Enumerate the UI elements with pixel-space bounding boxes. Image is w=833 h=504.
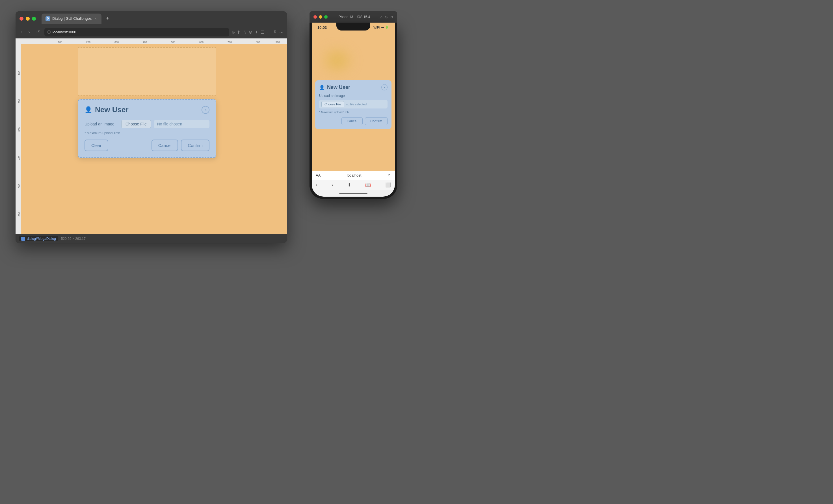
list-icon[interactable]: ☰ (261, 30, 264, 35)
ruler-tick: 300 (18, 127, 21, 132)
phone-close-btn[interactable] (313, 15, 317, 19)
content-box (78, 48, 216, 96)
ruler-tick: 400 (18, 156, 21, 160)
status-badge: dialog#MegaDialog (19, 236, 58, 241)
phone-device: 10:03 WiFi ▪▪▪ 🔋 👤 New User (310, 23, 397, 199)
back-button[interactable]: ‹ (19, 28, 24, 36)
traffic-lights (20, 17, 36, 21)
browser-window: D Dialog | GUI Challenges × + ‹ › ↺ ⓘ lo… (16, 11, 287, 243)
phone-title-bar: iPhone 13 – iOS 15.4 ⌂ ⊙ ↻ (310, 11, 397, 23)
bookmark-icon[interactable]: ☆ (243, 30, 246, 35)
choose-file-button[interactable]: Choose File (121, 120, 151, 128)
phone-confirm-button[interactable]: Confirm (365, 117, 387, 125)
tab-favicon: D (46, 17, 50, 21)
user-plus-icon: 👤 (85, 106, 92, 114)
page-content: 👤 New User × Upload an image Choose File… (21, 44, 287, 234)
ruler-tick: 900 (276, 41, 280, 44)
phone-bookmarks-icon[interactable]: 📖 (365, 182, 371, 187)
ruler-tick: 800 (256, 41, 260, 44)
ruler-tick: 400 (143, 41, 147, 44)
phone-home-bar (312, 190, 395, 197)
upload-row: Upload an image Choose File No file chos… (85, 120, 210, 128)
tab-close-icon[interactable]: × (94, 17, 97, 21)
phone-aa-label[interactable]: AA (316, 173, 320, 177)
cancel-button[interactable]: Cancel (151, 140, 178, 151)
maximize-button[interactable] (32, 17, 36, 21)
wifi-icon: WiFi (373, 26, 380, 29)
phone-nav-bar: ‹ › ⬆ 📖 ⬜ (312, 180, 395, 190)
phone-container: iPhone 13 – iOS 15.4 ⌂ ⊙ ↻ 10:03 WiFi ▪▪… (310, 11, 397, 199)
minimize-button[interactable] (26, 17, 30, 21)
phone-dialog-close-button[interactable]: × (381, 84, 387, 91)
share-icon[interactable]: ⬆ (237, 30, 241, 35)
dialog-title-group: 👤 New User (85, 105, 128, 114)
phone-forward-icon[interactable]: › (332, 182, 333, 187)
phone-reload-button[interactable]: ↺ (387, 173, 391, 177)
phone-home-line (339, 193, 367, 194)
close-button[interactable] (20, 17, 23, 21)
phone-browser-bar: AA localhost ↺ (312, 171, 395, 180)
shield-icon[interactable]: ⊘ (249, 30, 253, 35)
dialog-close-button[interactable]: × (201, 106, 210, 114)
phone-user-plus-icon: 👤 (319, 85, 325, 90)
element-dimensions: 520.29 × 263.17 (61, 237, 86, 241)
ruler-tick: 200 (86, 41, 91, 44)
phone-minimize-btn[interactable] (319, 15, 322, 19)
main-dialog: 👤 New User × Upload an image Choose File… (78, 99, 216, 158)
phone-notch (336, 23, 370, 30)
signal-icon: ▪▪▪ (381, 26, 384, 29)
browser-tab[interactable]: D Dialog | GUI Challenges × (42, 14, 101, 24)
clear-button[interactable]: Clear (85, 140, 108, 151)
dialog-footer: Clear Cancel Confirm (85, 140, 210, 151)
phone-title-icons: ⌂ ⊙ ↻ (380, 15, 393, 19)
address-bar[interactable]: ⓘ localhost:3000 (44, 28, 229, 36)
phone-body: 👤 New User × Upload an image Choose File… (312, 35, 395, 171)
phone-no-file-label: no file selected (346, 103, 366, 106)
ruler-tick: 600 (199, 41, 204, 44)
new-tab-button[interactable]: + (106, 16, 109, 22)
extensions-icon[interactable]: ✦ (255, 30, 258, 35)
browser-titlebar: D Dialog | GUI Challenges × + (16, 11, 287, 26)
ruler-tick: 700 (228, 41, 232, 44)
ruler-tick: 100 (18, 71, 21, 75)
phone-dialog-footer: Cancel Confirm (319, 117, 387, 125)
external-link-icon[interactable]: ⎋ (232, 30, 235, 34)
tab-label: Dialog | GUI Challenges (52, 17, 92, 21)
ruler-tick: 600 (18, 212, 21, 217)
more-icon[interactable]: ⋯ (279, 30, 284, 35)
phone-share-icon[interactable]: ⬆ (348, 182, 351, 187)
ruler-left: 100 200 300 400 500 600 (16, 44, 21, 234)
phone-dialog-header: 👤 New User × (319, 84, 387, 91)
ruler-corner (16, 39, 21, 44)
phone-choose-file-button[interactable]: Choose File (322, 101, 344, 107)
phone-url-label: localhost (347, 173, 361, 177)
phone-status-icons: WiFi ▪▪▪ 🔋 (373, 25, 389, 29)
ruler-tick: 500 (171, 41, 175, 44)
no-file-label: No file chosen (154, 120, 210, 128)
phone-camera-icon[interactable]: ⊙ (385, 15, 388, 19)
browser-statusbar: dialog#MegaDialog 520.29 × 263.17 (16, 234, 287, 243)
mic-icon[interactable]: 🎙 (273, 30, 277, 34)
phone-status-bar: 10:03 WiFi ▪▪▪ 🔋 (312, 23, 395, 35)
dialog-title: New User (95, 105, 128, 114)
browser-toolbar: ‹ › ↺ ⓘ localhost:3000 ⎋ ⬆ ☆ ⊘ ✦ ☰ ▭ 🎙 ⋯ (16, 26, 287, 39)
browser-content: 100 200 300 400 500 600 700 800 900 100 … (16, 39, 287, 234)
phone-rotate-icon[interactable]: ↻ (390, 15, 393, 19)
dialog-body: Upload an image Choose File No file chos… (85, 120, 210, 135)
phone-screen: 10:03 WiFi ▪▪▪ 🔋 👤 New User (312, 23, 395, 197)
toolbar-icons: ⎋ ⬆ ☆ ⊘ ✦ ☰ ▭ 🎙 ⋯ (232, 30, 284, 35)
phone-tabs-icon[interactable]: ⬜ (385, 182, 391, 187)
phone-cancel-button[interactable]: Cancel (341, 117, 363, 125)
reload-button[interactable]: ↺ (34, 28, 42, 36)
phone-maximize-btn[interactable] (324, 15, 328, 19)
phone-back-icon[interactable]: ‹ (316, 182, 317, 187)
phone-title-label: iPhone 13 – iOS 15.4 (338, 15, 370, 19)
forward-button[interactable]: › (27, 28, 31, 36)
upload-label: Upload an image (85, 122, 118, 126)
phone-home-icon[interactable]: ⌂ (380, 15, 382, 19)
ruler-tick: 200 (18, 99, 21, 103)
ruler-tick: 300 (115, 41, 119, 44)
tablet-icon[interactable]: ▭ (266, 30, 270, 35)
phone-dialog: 👤 New User × Upload an image Choose File… (315, 80, 391, 129)
confirm-button[interactable]: Confirm (181, 140, 210, 151)
